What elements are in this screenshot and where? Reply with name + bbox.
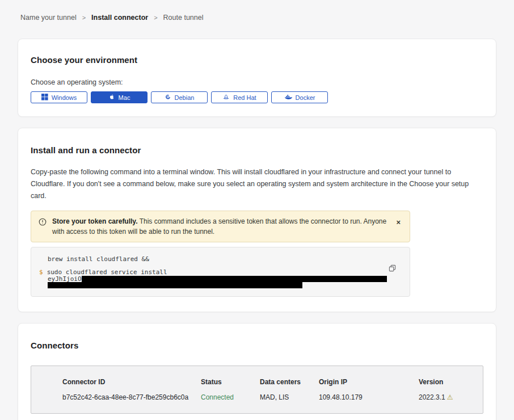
docker-logo-icon xyxy=(284,94,292,102)
token-warning-text: Store your token carefully. This command… xyxy=(52,216,388,237)
breadcrumb-separator: > xyxy=(154,14,157,21)
redhat-logo-icon xyxy=(222,94,230,102)
os-button-docker[interactable]: Docker xyxy=(271,91,328,103)
close-icon[interactable]: × xyxy=(394,216,403,229)
token-redaction-bar xyxy=(82,276,387,282)
environment-card-title: Choose your environment xyxy=(31,55,483,65)
column-header-status: Status xyxy=(201,378,260,393)
page-content: Choose your environment Choose an operat… xyxy=(18,39,496,420)
breadcrumb-step-route-tunnel[interactable]: Route tunnel xyxy=(163,14,204,22)
token-redaction-bar xyxy=(48,282,302,288)
os-button-redhat[interactable]: Red Hat xyxy=(211,91,268,103)
token-prefix-text: eyJhIjoiO xyxy=(48,276,82,282)
install-card-title: Install and run a connector xyxy=(31,145,483,155)
status-badge: Connected xyxy=(201,393,260,401)
os-button-debian[interactable]: Debian xyxy=(151,91,208,103)
install-connector-card: Install and run a connector Copy-paste t… xyxy=(18,128,496,312)
connectors-card: Connectors Connector ID Status Data cent… xyxy=(18,323,496,420)
version-number: 2022.3.1 xyxy=(419,393,445,401)
os-select-label: Choose an operating system: xyxy=(31,78,483,86)
apple-logo-icon xyxy=(108,93,115,102)
os-button-group: Windows Mac Debian Red Hat xyxy=(31,91,483,103)
connectors-table: Connector ID Status Data centers Origin … xyxy=(31,366,483,414)
connectors-table-header: Connector ID Status Data centers Origin … xyxy=(62,378,477,393)
windows-logo-icon xyxy=(41,94,48,102)
code-line-brew: brew install cloudflared && xyxy=(39,255,387,263)
os-button-label: Windows xyxy=(52,94,77,101)
column-header-data-centers: Data centers xyxy=(260,378,319,393)
breadcrumb-separator: > xyxy=(82,14,86,21)
origin-ip-value: 109.48.10.179 xyxy=(319,393,419,401)
os-button-label: Mac xyxy=(119,94,130,101)
install-description: Copy-paste the following command into a … xyxy=(31,166,483,202)
os-button-mac[interactable]: Mac xyxy=(91,91,148,103)
version-value: 2022.3.1⚠ xyxy=(419,393,477,401)
data-centers-value: MAD, LIS xyxy=(260,393,319,401)
install-command-code-block: brew install cloudflared && $ sudo cloud… xyxy=(31,247,410,297)
warning-triangle-icon: ⚠ xyxy=(447,393,453,401)
breadcrumb-step-name-your-tunnel[interactable]: Name your tunnel xyxy=(20,14,77,22)
column-header-connector-id: Connector ID xyxy=(62,378,201,393)
environment-card: Choose your environment Choose an operat… xyxy=(18,39,496,117)
column-header-version: Version xyxy=(419,378,477,393)
shell-prompt: $ xyxy=(39,268,43,276)
alert-circle-icon xyxy=(39,218,47,228)
os-button-label: Red Hat xyxy=(233,94,256,101)
token-warning-title: Store your token carefully. xyxy=(52,217,138,225)
debian-logo-icon xyxy=(165,94,171,102)
table-row: b7c52c42-6caa-48ee-8c77-fbe259cb6c0a Con… xyxy=(62,393,477,401)
os-button-windows[interactable]: Windows xyxy=(31,91,87,103)
column-header-origin-ip: Origin IP xyxy=(319,378,419,393)
breadcrumb-step-install-connector[interactable]: Install connector xyxy=(91,14,148,22)
os-button-label: Docker xyxy=(296,94,315,101)
code-token-line: eyJhIjoiO xyxy=(39,276,387,282)
connector-id-value: b7c52c42-6caa-48ee-8c77-fbe259cb6c0a xyxy=(62,393,201,401)
code-line-sudo: $ sudo cloudflared service install xyxy=(39,268,387,276)
breadcrumb: Name your tunnel > Install connector > R… xyxy=(0,0,514,22)
connectors-card-title: Connectors xyxy=(31,341,483,350)
copy-icon[interactable] xyxy=(387,263,397,275)
token-warning-banner: Store your token carefully. This command… xyxy=(31,211,410,242)
os-button-label: Debian xyxy=(175,94,195,101)
